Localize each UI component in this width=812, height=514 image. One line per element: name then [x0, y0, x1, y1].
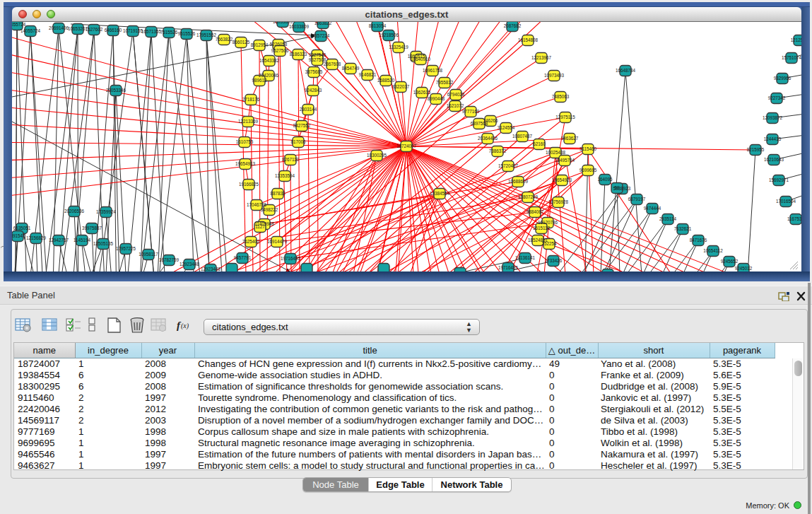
svg-text:1610755: 1610755 — [236, 139, 254, 144]
svg-text:9146821: 9146821 — [359, 72, 377, 77]
svg-text:18807249: 18807249 — [518, 194, 539, 199]
svg-text:23420046: 23420046 — [259, 73, 279, 78]
svg-text:6897568: 6897568 — [471, 121, 488, 126]
svg-text:9515526: 9515526 — [178, 31, 196, 36]
svg-text:9527506: 9527506 — [271, 48, 289, 53]
svg-text:989612: 989612 — [252, 78, 267, 83]
svg-text:14055724: 14055724 — [20, 28, 41, 33]
svg-text:2867608: 2867608 — [324, 62, 341, 66]
svg-text:5226058: 5226058 — [270, 42, 288, 47]
svg-text:10654112: 10654112 — [703, 248, 723, 253]
svg-text:8454749: 8454749 — [342, 66, 360, 71]
svg-text:817006: 817006 — [290, 139, 306, 144]
svg-text:6879197: 6879197 — [628, 197, 646, 201]
svg-text:1733426: 1733426 — [545, 258, 563, 263]
svg-text:2935114: 2935114 — [659, 216, 677, 221]
svg-text:12156829: 12156829 — [26, 235, 47, 240]
svg-text:20053346: 20053346 — [106, 88, 126, 93]
svg-text:3124554: 3124554 — [498, 125, 515, 130]
svg-text:1167534: 1167534 — [787, 216, 801, 221]
svg-text:8322037: 8322037 — [392, 84, 410, 89]
svg-text:19716485: 19716485 — [281, 256, 301, 261]
svg-text:6794028: 6794028 — [447, 92, 465, 97]
svg-text:9474444: 9474444 — [644, 206, 661, 211]
svg-text:17016504: 17016504 — [776, 199, 796, 204]
svg-text:16210643: 16210643 — [764, 157, 784, 162]
svg-text:16914479: 16914479 — [267, 239, 288, 244]
svg-text:14136141: 14136141 — [515, 255, 536, 260]
svg-text:9115460: 9115460 — [579, 146, 597, 151]
svg-text:12923448: 12923448 — [180, 262, 200, 267]
svg-text:1615112: 1615112 — [533, 226, 551, 230]
svg-text:18724007: 18724007 — [396, 144, 417, 148]
svg-text:1588520: 1588520 — [377, 78, 395, 83]
svg-text:1362615: 1362615 — [413, 90, 431, 95]
svg-text:2087682: 2087682 — [504, 23, 522, 28]
svg-text:(x): (x) — [181, 322, 189, 330]
svg-text:12505135: 12505135 — [93, 241, 114, 246]
svg-text:7955812: 7955812 — [436, 80, 454, 85]
svg-text:8427552: 8427552 — [293, 123, 311, 128]
svg-text:12923448: 12923448 — [201, 267, 221, 271]
svg-text:18640910: 18640910 — [411, 57, 431, 62]
svg-text:16571355: 16571355 — [141, 29, 162, 34]
svg-text:18300295: 18300295 — [367, 153, 387, 158]
svg-text:8267110: 8267110 — [282, 157, 300, 162]
svg-text:1244415: 1244415 — [764, 136, 782, 141]
svg-text:19654913: 19654913 — [235, 161, 256, 166]
svg-text:16120746: 16120746 — [538, 220, 558, 225]
svg-text:164095: 164095 — [597, 177, 613, 182]
svg-text:39975887: 39975887 — [82, 226, 102, 230]
svg-text:10973493: 10973493 — [544, 73, 565, 78]
svg-text:8660125: 8660125 — [233, 40, 250, 45]
svg-text:9463627: 9463627 — [561, 136, 579, 141]
svg-text:12975115: 12975115 — [555, 115, 575, 119]
svg-text:7515526: 7515526 — [160, 30, 178, 35]
svg-text:17359924: 17359924 — [96, 209, 117, 214]
svg-text:9327546: 9327546 — [309, 52, 326, 57]
svg-text:1145194: 1145194 — [73, 238, 91, 243]
svg-text:9329966: 9329966 — [774, 76, 792, 81]
svg-text:9777169: 9777169 — [462, 109, 480, 114]
svg-text:10756928: 10756928 — [548, 199, 569, 204]
svg-text:1212506: 1212506 — [791, 37, 801, 42]
svg-text:19384554: 19384554 — [430, 191, 450, 196]
svg-text:12213369: 12213369 — [238, 119, 259, 124]
svg-text:10688609: 10688609 — [508, 179, 529, 184]
svg-text:391547: 391547 — [12, 233, 25, 238]
svg-text:9245652: 9245652 — [721, 259, 739, 264]
svg-text:2718176: 2718176 — [242, 97, 260, 102]
svg-text:8471676: 8471676 — [690, 238, 707, 243]
svg-text:887833: 887833 — [270, 191, 286, 196]
svg-text:16648784: 16648784 — [616, 68, 636, 73]
svg-text:9227342: 9227342 — [768, 95, 786, 100]
svg-text:10958117: 10958117 — [139, 252, 158, 257]
svg-text:7625402: 7625402 — [242, 239, 260, 244]
svg-text:17957225: 17957225 — [116, 246, 136, 251]
svg-text:16543382: 16543382 — [259, 58, 280, 63]
svg-text:12942757: 12942757 — [49, 238, 69, 243]
svg-text:7485063: 7485063 — [552, 94, 570, 99]
svg-text:16961758: 16961758 — [423, 68, 443, 73]
svg-text:7632621: 7632621 — [674, 226, 692, 231]
svg-text:1663822: 1663822 — [314, 22, 332, 25]
svg-text:18495794: 18495794 — [555, 158, 575, 163]
svg-text:6466160: 6466160 — [105, 28, 122, 33]
svg-text:10807487: 10807487 — [512, 134, 533, 139]
svg-text:9457791: 9457791 — [234, 255, 252, 260]
svg-text:3498222: 3498222 — [261, 207, 278, 212]
svg-text:62160: 62160 — [533, 141, 546, 146]
svg-text:8813054: 8813054 — [369, 23, 387, 28]
svg-text:9245012: 9245012 — [735, 266, 753, 271]
svg-text:252254: 252254 — [541, 241, 557, 246]
svg-text:7663822: 7663822 — [216, 37, 233, 42]
svg-text:15720407: 15720407 — [498, 163, 519, 168]
svg-text:1527602: 1527602 — [86, 27, 103, 32]
svg-text:8186323: 8186323 — [290, 52, 307, 57]
svg-text:59: 59 — [614, 185, 620, 190]
svg-text:17046786: 17046786 — [247, 202, 267, 207]
svg-text:10719155: 10719155 — [123, 28, 143, 33]
svg-text:8912954: 8912954 — [251, 42, 269, 47]
svg-text:10025438: 10025438 — [546, 150, 566, 155]
svg-text:6635051: 6635051 — [13, 226, 31, 230]
